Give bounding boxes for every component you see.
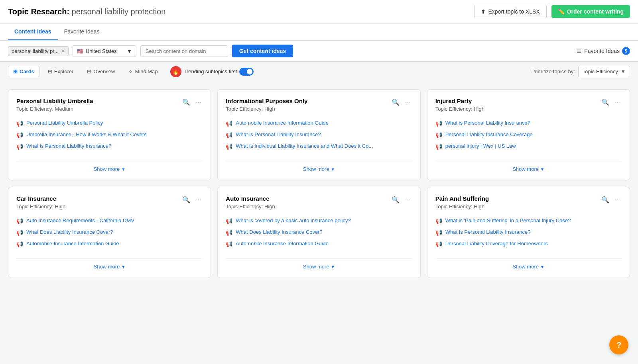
- favorite-ideas-button[interactable]: ☰ Favorite Ideas 5: [577, 47, 630, 55]
- chevron-down-icon: ▼: [620, 68, 626, 74]
- chevron-down-icon: ▼: [121, 264, 126, 269]
- show-more-button[interactable]: Show more ▼: [16, 161, 203, 172]
- fav-count-badge: 5: [622, 47, 630, 55]
- view-overview-button[interactable]: ⊞ Overview: [82, 66, 120, 77]
- trending-toggle[interactable]: [239, 68, 254, 76]
- list-item[interactable]: 📢What is Personal Liability Insurance?: [16, 143, 203, 150]
- get-ideas-button[interactable]: Get content ideas: [232, 45, 293, 57]
- card-header: Pain And SufferingTopic Efficiency: High…: [435, 195, 622, 209]
- top-bar-right: ⬆ Export topic to XLSX ✏️ Order content …: [474, 5, 630, 18]
- card-more-icon[interactable]: ···: [194, 98, 203, 107]
- list-item[interactable]: 📢Personal Liability Umbrella Policy: [16, 120, 203, 127]
- list-item[interactable]: 📢What is Personal Liability Insurance?: [435, 120, 622, 127]
- chevron-down-icon: ▼: [331, 264, 335, 269]
- card-1: Personal Liability UmbrellaTopic Efficie…: [8, 89, 211, 180]
- list-item[interactable]: 📢What is Personal Liability Insurance?: [226, 131, 412, 138]
- list-item[interactable]: 📢What is 'Pain and Suffering' in a Perso…: [435, 217, 622, 224]
- card-efficiency: Topic Efficiency: High: [435, 204, 600, 209]
- top-bar: Topic Research: personal liability prote…: [0, 0, 638, 23]
- card-title: Auto Insurance: [226, 195, 390, 202]
- view-cards-button[interactable]: ⊞ Cards: [8, 66, 39, 77]
- card-title: Car Insurance: [16, 195, 181, 202]
- megaphone-icon: 📢: [435, 132, 442, 138]
- card-search-icon[interactable]: 🔍: [390, 98, 401, 107]
- megaphone-icon: 📢: [226, 229, 232, 236]
- trending-text: Trending subtopics first: [184, 68, 237, 74]
- card-search-icon[interactable]: 🔍: [600, 195, 611, 204]
- cards-icon: ⊞: [13, 68, 18, 74]
- priority-select[interactable]: Topic Efficiency ▼: [578, 66, 630, 77]
- overview-icon: ⊞: [87, 68, 91, 74]
- priority-value: Topic Efficiency: [583, 68, 618, 74]
- card-more-icon[interactable]: ···: [404, 98, 412, 107]
- chevron-down-icon: ▼: [331, 167, 335, 172]
- card-header: Informational Purposes OnlyTopic Efficie…: [226, 98, 412, 112]
- card-title: Informational Purposes Only: [226, 98, 390, 104]
- prioritize-area: Prioritize topics by: Topic Efficiency ▼: [532, 66, 630, 77]
- card-more-icon[interactable]: ···: [194, 196, 203, 204]
- card-search-icon[interactable]: 🔍: [600, 98, 611, 107]
- prioritize-text: Prioritize topics by:: [532, 68, 575, 74]
- list-item[interactable]: 📢What is Individual Liability Insurance …: [226, 143, 412, 150]
- domain-search-input[interactable]: [140, 45, 228, 57]
- show-more-button[interactable]: Show more ▼: [435, 161, 622, 172]
- card-header: Car InsuranceTopic Efficiency: High🔍···: [16, 195, 203, 209]
- list-item[interactable]: 📢What Does Liability Insurance Cover?: [16, 229, 203, 236]
- list-item[interactable]: 📢Automobile Insurance Information Guide: [226, 241, 412, 247]
- card-efficiency: Topic Efficiency: High: [226, 204, 390, 209]
- card-2: Informational Purposes OnlyTopic Efficie…: [217, 89, 420, 180]
- tab-content-ideas[interactable]: Content Ideas: [8, 23, 58, 40]
- chevron-down-icon: ▼: [540, 264, 545, 269]
- megaphone-icon: 📢: [16, 241, 23, 247]
- view-explorer-button[interactable]: ⊟ Explorer: [43, 66, 79, 77]
- list-item[interactable]: 📢What is covered by a basic auto insuran…: [226, 217, 412, 224]
- item-text: What Does Liability Insurance Cover?: [236, 229, 323, 235]
- item-text: Auto Insurance Requirements - California…: [26, 217, 134, 223]
- card-more-icon[interactable]: ···: [613, 98, 622, 107]
- item-text: What is Personal Liability Insurance?: [445, 120, 530, 126]
- trending-label: 🔥 Trending subtopics first: [170, 66, 254, 77]
- tab-favorite-ideas[interactable]: Favorite Ideas: [58, 23, 106, 40]
- order-label: Order content writing: [567, 8, 624, 15]
- list-item[interactable]: 📢Automobile Insurance Information Guide: [16, 241, 203, 247]
- card-search-icon[interactable]: 🔍: [181, 195, 192, 204]
- search-tag[interactable]: personal liability pr... ✕: [8, 46, 69, 56]
- list-item[interactable]: 📢What Is Personal Liability Insurance?: [435, 229, 622, 236]
- export-button[interactable]: ⬆ Export topic to XLSX: [474, 5, 546, 18]
- item-text: What is Individual Liability Insurance a…: [236, 143, 373, 149]
- country-select[interactable]: 🇺🇸 United States ▼: [73, 45, 136, 57]
- list-item[interactable]: 📢Personal Liability Insurance Coverage: [435, 131, 622, 138]
- megaphone-icon: 📢: [226, 132, 232, 138]
- flag-icon: 🇺🇸: [77, 48, 83, 54]
- mindmap-icon: ⁘: [128, 68, 133, 74]
- megaphone-icon: 📢: [16, 229, 23, 236]
- card-more-icon[interactable]: ···: [613, 196, 622, 204]
- card-search-icon[interactable]: 🔍: [181, 98, 192, 107]
- show-more-button[interactable]: Show more ▼: [226, 258, 412, 270]
- list-item[interactable]: 📢Auto Insurance Requirements - Californi…: [16, 217, 203, 224]
- list-item[interactable]: 📢Automobile Insurance Information Guide: [226, 120, 412, 127]
- title-bold: Topic Research:: [8, 7, 69, 16]
- close-icon[interactable]: ✕: [61, 48, 65, 54]
- card-search-icon[interactable]: 🔍: [390, 195, 401, 204]
- show-more-button[interactable]: Show more ▼: [16, 258, 203, 270]
- card-efficiency: Topic Efficiency: High: [16, 204, 181, 209]
- order-button[interactable]: ✏️ Order content writing: [551, 5, 630, 18]
- megaphone-icon: 📢: [435, 120, 442, 127]
- show-more-button[interactable]: Show more ▼: [435, 258, 622, 270]
- item-text: What is Personal Liability Insurance?: [26, 143, 111, 149]
- list-item[interactable]: 📢What Does Liability Insurance Cover?: [226, 229, 412, 236]
- show-more-button[interactable]: Show more ▼: [226, 161, 412, 172]
- list-item[interactable]: 📢Umbrella Insurance - How it Works & Wha…: [16, 131, 203, 138]
- list-item[interactable]: 📢Personal Liability Coverage for Homeown…: [435, 241, 622, 247]
- megaphone-icon: 📢: [16, 120, 23, 127]
- view-mindmap-button[interactable]: ⁘ Mind Map: [123, 66, 163, 77]
- card-header: Personal Liability UmbrellaTopic Efficie…: [16, 98, 203, 112]
- list-icon: ☰: [577, 48, 582, 54]
- card-more-icon[interactable]: ···: [404, 196, 412, 204]
- search-tag-value: personal liability pr...: [12, 48, 59, 54]
- edit-icon: ✏️: [558, 8, 565, 15]
- title-topic: personal liability protection: [72, 7, 166, 16]
- list-item[interactable]: 📢personal injury | Wex | US Law: [435, 143, 622, 150]
- megaphone-icon: 📢: [435, 229, 442, 236]
